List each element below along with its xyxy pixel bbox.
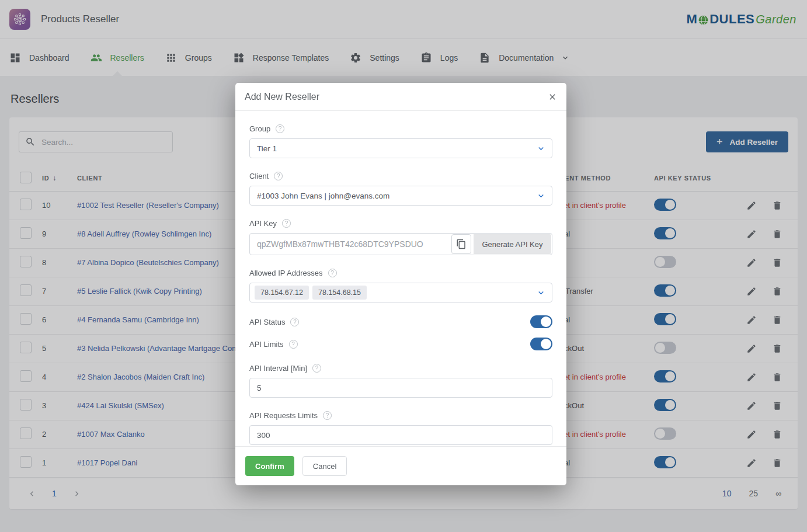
help-icon: ?: [274, 172, 283, 180]
modal-body: Group ? Tier 1 Client ? #1003 John Evans…: [235, 111, 566, 446]
api-interval-field: API Interval [Min] ?: [249, 363, 552, 398]
group-select[interactable]: Tier 1: [249, 138, 552, 158]
help-icon: ?: [276, 124, 284, 133]
client-select[interactable]: #1003 John Evans | john@evans.com: [249, 186, 552, 206]
api-interval-label: API Interval [Min]: [249, 364, 307, 373]
group-label: Group: [249, 124, 270, 133]
modal-header: Add New Reseller: [235, 83, 566, 111]
allowed-ips-field: Allowed IP Addresses ? 78.154.67.12 78.1…: [249, 268, 552, 302]
api-status-row: API Status ?: [249, 315, 552, 328]
help-icon: ?: [282, 219, 291, 228]
api-interval-input[interactable]: [249, 378, 552, 398]
modal-footer: Confirm Cancel: [235, 446, 566, 485]
generate-api-key-button[interactable]: Generate API Key: [474, 234, 551, 254]
help-icon: ?: [328, 269, 337, 277]
api-requests-input[interactable]: [249, 425, 552, 445]
ip-tag: 78.154.67.12: [255, 286, 309, 300]
ip-tag: 78.154.68.15: [312, 286, 367, 300]
client-select-value: #1003 John Evans | john@evans.com: [257, 192, 389, 200]
api-status-label: API Status: [249, 318, 285, 326]
help-icon: ?: [323, 411, 332, 420]
chevron-down-icon: [536, 144, 546, 154]
allowed-ips-label: Allowed IP Addresses: [249, 269, 323, 277]
api-key-value: qpZWgfMBx87mwTHBT42c68DTC9YPSDUO: [250, 239, 423, 249]
help-icon: ?: [289, 340, 298, 349]
client-label: Client: [249, 172, 269, 180]
modal-title: Add New Reseller: [245, 92, 319, 102]
api-key-field: API Key ? qpZWgfMBx87mwTHBT42c68DTC9YPSD…: [249, 218, 552, 255]
api-status-toggle[interactable]: [530, 315, 552, 328]
group-field: Group ? Tier 1: [249, 124, 552, 158]
allowed-ips-select[interactable]: 78.154.67.12 78.154.68.15: [249, 283, 552, 302]
chevron-down-icon: [536, 288, 546, 298]
copy-icon: [456, 239, 467, 249]
api-limits-row: API Limits ?: [249, 338, 552, 350]
api-limits-label: API Limits: [249, 340, 284, 349]
cancel-button[interactable]: Cancel: [302, 456, 347, 476]
api-requests-field: API Requests Limits ?: [249, 411, 552, 445]
copy-button[interactable]: [451, 234, 471, 254]
help-icon: ?: [312, 364, 321, 373]
add-reseller-modal: Add New Reseller Group ? Tier 1 Client ?…: [235, 83, 566, 485]
api-key-input[interactable]: qpZWgfMBx87mwTHBT42c68DTC9YPSDUO Generat…: [249, 233, 552, 255]
chevron-down-icon: [536, 191, 546, 201]
close-icon[interactable]: [548, 92, 557, 102]
client-field: Client ? #1003 John Evans | john@evans.c…: [249, 171, 552, 206]
api-limits-toggle[interactable]: [530, 338, 552, 350]
api-requests-label: API Requests Limits: [249, 411, 318, 420]
api-key-label: API Key: [249, 219, 277, 228]
help-icon: ?: [290, 318, 299, 326]
confirm-button[interactable]: Confirm: [245, 456, 294, 476]
group-select-value: Tier 1: [257, 144, 277, 153]
